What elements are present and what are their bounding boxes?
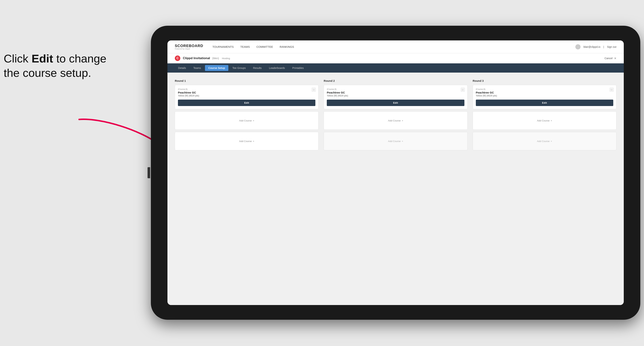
logo-title: SCOREBOARD (175, 44, 203, 48)
round-3-label: Round 3 (473, 79, 616, 82)
tournament-gender: (Men) (212, 57, 219, 60)
round-2-course-name: Peachtree GC (327, 91, 464, 94)
tablet-screen: SCOREBOARD Powered by clippd TOURNAMENTS… (168, 40, 624, 305)
top-nav-links: TOURNAMENTS TEAMS COMMITTEE RANKINGS (212, 44, 575, 49)
round-3-add-course-2: Add Course + (473, 132, 616, 150)
round-2-course-card: □ (Course A) Peachtree GC Yellow (M) (66… (324, 85, 467, 109)
tab-results[interactable]: Results (250, 65, 265, 71)
round-2-label: Round 2 (324, 79, 467, 82)
tablet-side-button (148, 167, 150, 178)
round-3-delete-icon[interactable]: □ (610, 88, 614, 92)
tab-bar: Details Teams Course Setup Tee Groups Re… (168, 63, 624, 73)
round-3-course-tag: (Course A) (476, 88, 613, 90)
tab-leaderboards[interactable]: Leaderboards (266, 65, 288, 71)
round-2-column: Round 2 □ (Course A) Peachtree GC Yellow… (324, 79, 467, 153)
nav-separator: | (603, 45, 604, 48)
nav-link-teams[interactable]: TEAMS (240, 44, 250, 49)
instruction-prefix: Click (4, 52, 32, 65)
round-3-course-details: Yellow (M) (6629 yds) (476, 94, 613, 97)
tournament-status: Hosting (222, 57, 230, 60)
tablet-frame: SCOREBOARD Powered by clippd TOURNAMENTS… (151, 26, 640, 320)
nav-link-committee[interactable]: COMMITTEE (256, 44, 273, 49)
round-1-edit-button[interactable]: Edit (178, 100, 316, 106)
round-1-add-course-2-plus-icon: + (253, 140, 254, 143)
instruction-bold: Edit (32, 52, 53, 65)
user-email: blair@clippd.io (584, 45, 600, 48)
logo-subtitle: Powered by clippd (175, 48, 203, 50)
round-2-edit-button[interactable]: Edit (327, 100, 464, 106)
round-2-add-course-2-label: Add Course (388, 140, 401, 143)
round-3-edit-button[interactable]: Edit (476, 100, 613, 106)
round-3-column: Round 3 □ (Course A) Peachtree GC Yellow… (473, 79, 616, 153)
tab-course-setup[interactable]: Course Setup (205, 65, 228, 71)
nav-link-rankings[interactable]: RANKINGS (280, 44, 294, 49)
top-nav: SCOREBOARD Powered by clippd TOURNAMENTS… (168, 40, 624, 53)
sign-out-link[interactable]: Sign out (607, 45, 616, 48)
tab-printables[interactable]: Printables (289, 65, 307, 71)
round-3-add-course-1-plus-icon: + (551, 119, 552, 122)
close-icon[interactable]: ✕ (614, 57, 616, 60)
round-2-add-course-1-plus-icon: + (402, 119, 403, 122)
round-1-add-course-2[interactable]: Add Course + (175, 132, 318, 150)
rounds-grid: Round 1 □ (Course A) Peachtree GC Yellow… (175, 79, 616, 153)
tab-teams[interactable]: Teams (190, 65, 204, 71)
round-1-add-course-1[interactable]: Add Course + (175, 111, 318, 130)
round-1-column: Round 1 □ (Course A) Peachtree GC Yellow… (175, 79, 318, 153)
round-1-course-tag: (Course A) (178, 88, 316, 90)
round-1-course-card: □ (Course A) Peachtree GC Yellow (M) (66… (175, 85, 318, 109)
round-1-add-course-2-label: Add Course (239, 140, 252, 143)
round-1-delete-icon[interactable]: □ (312, 88, 316, 92)
tournament-logo: C (175, 55, 180, 61)
round-2-course-tag: (Course A) (327, 88, 464, 90)
top-nav-right: blair@clippd.io | Sign out (575, 44, 616, 49)
round-1-course-details: Yellow (M) (6629 yds) (178, 94, 316, 97)
tournament-header-right: Cancel ✕ (604, 57, 616, 60)
round-1-label: Round 1 (175, 79, 318, 82)
tournament-header: C Clippd Invitational (Men) Hosting Canc… (168, 53, 624, 63)
round-2-add-course-2-plus-icon: + (402, 140, 403, 143)
round-1-add-course-1-label: Add Course (239, 119, 252, 122)
round-3-course-name: Peachtree GC (476, 91, 613, 94)
round-1-add-course-1-plus-icon: + (253, 119, 254, 122)
round-3-add-course-1[interactable]: Add Course + (473, 111, 616, 130)
round-3-add-course-1-label: Add Course (537, 119, 550, 122)
nav-link-tournaments[interactable]: TOURNAMENTS (212, 44, 234, 49)
cancel-button[interactable]: Cancel (604, 57, 612, 60)
round-2-add-course-1-label: Add Course (388, 119, 401, 122)
round-2-add-course-2: Add Course + (324, 132, 467, 150)
round-3-add-course-2-plus-icon: + (551, 140, 552, 143)
round-3-add-course-2-label: Add Course (537, 140, 550, 143)
tab-tee-groups[interactable]: Tee Groups (229, 65, 249, 71)
round-2-delete-icon[interactable]: □ (461, 88, 465, 92)
tournament-name: Clippd Invitational (183, 56, 210, 60)
round-2-add-course-1[interactable]: Add Course + (324, 111, 467, 130)
round-3-course-card: □ (Course A) Peachtree GC Yellow (M) (66… (473, 85, 616, 109)
scoreboard-logo: SCOREBOARD Powered by clippd (175, 44, 203, 50)
round-1-course-name: Peachtree GC (178, 91, 316, 94)
content-area: Round 1 □ (Course A) Peachtree GC Yellow… (168, 73, 624, 305)
round-2-course-details: Yellow (M) (6629 yds) (327, 94, 464, 97)
instruction-block: Click Edit to change the course setup. (4, 51, 122, 80)
tab-details[interactable]: Details (175, 65, 189, 71)
user-avatar (575, 44, 580, 49)
